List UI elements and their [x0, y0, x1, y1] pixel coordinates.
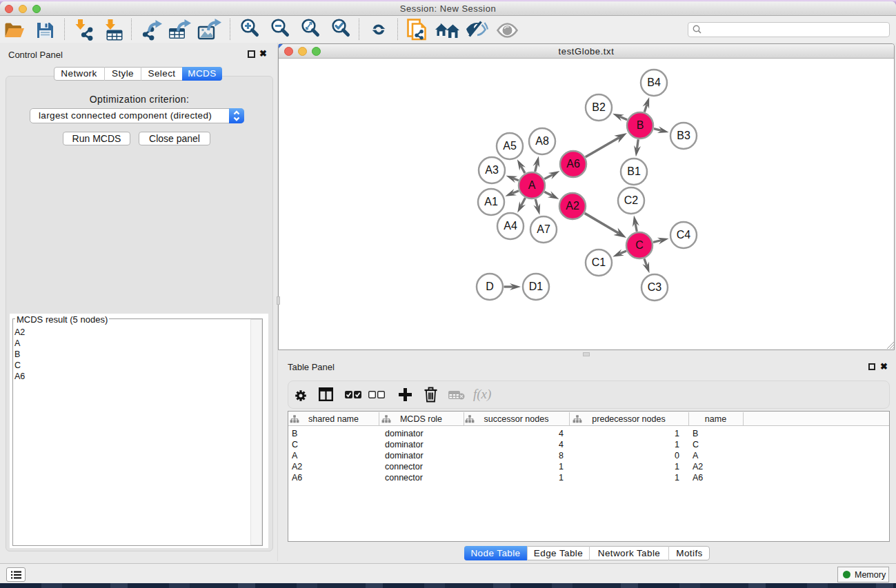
svg-text:C: C: [635, 239, 644, 251]
svg-text:A7: A7: [537, 223, 550, 235]
svg-text:B1: B1: [627, 165, 641, 177]
svg-text:B2: B2: [592, 101, 606, 113]
svg-text:A6: A6: [566, 158, 580, 170]
svg-text:A8: A8: [535, 135, 549, 147]
svg-text:A3: A3: [485, 164, 499, 176]
svg-text:A2: A2: [566, 200, 579, 212]
svg-text:A5: A5: [503, 140, 517, 152]
svg-text:C3: C3: [648, 281, 662, 293]
svg-text:B3: B3: [677, 130, 690, 141]
svg-text:B: B: [637, 119, 644, 131]
svg-text:D1: D1: [529, 281, 544, 292]
svg-text:A1: A1: [484, 196, 498, 207]
svg-text:C1: C1: [592, 256, 606, 268]
svg-text:A4: A4: [504, 220, 517, 232]
svg-text:D: D: [486, 281, 494, 292]
svg-text:B4: B4: [647, 77, 661, 88]
svg-text:C4: C4: [677, 229, 691, 241]
svg-text:C2: C2: [624, 194, 639, 206]
svg-text:A: A: [528, 179, 536, 191]
